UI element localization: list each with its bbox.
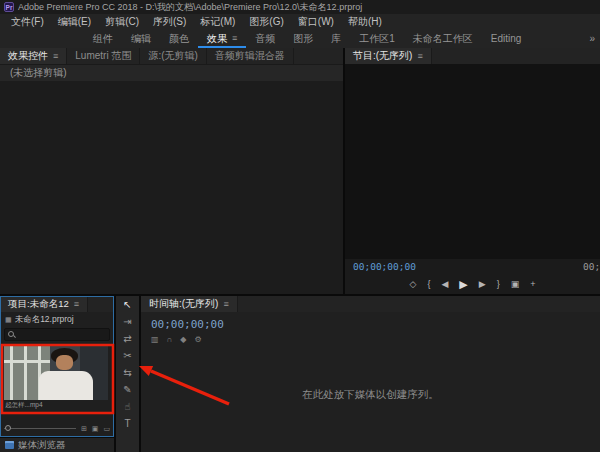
timeline-timecode[interactable]: 00;00;00;00 bbox=[141, 312, 600, 331]
tab-effect-controls[interactable]: 效果控件 ≡ bbox=[0, 48, 67, 64]
menu-bar: 文件(F) 编辑(E) 剪辑(C) 序列(S) 标记(M) 图形(G) 窗口(W… bbox=[0, 14, 600, 30]
workspace-unnamed[interactable]: 未命名工作区 bbox=[404, 30, 482, 48]
project-file-icon: ▦ bbox=[5, 316, 12, 324]
program-video-area bbox=[345, 64, 600, 259]
workspace-effects-label: 效果 bbox=[207, 30, 227, 47]
workspace-edit[interactable]: 编辑 bbox=[122, 30, 160, 48]
timeline-tabstrip: 时间轴:(无序列) ≡ bbox=[141, 296, 600, 312]
snap-toggle-icon[interactable]: ∩ bbox=[167, 335, 173, 344]
selection-tool-icon[interactable]: ↖ bbox=[123, 299, 131, 311]
step-forward-button[interactable]: ▶ bbox=[479, 279, 486, 289]
search-icon bbox=[8, 331, 16, 339]
menu-graphics[interactable]: 图形(G) bbox=[242, 14, 290, 30]
project-tabstrip: 项目:未命名12 ≡ bbox=[0, 296, 114, 312]
panel-menu-icon[interactable]: ≡ bbox=[74, 296, 79, 312]
app-logo-icon: Pr bbox=[4, 2, 14, 12]
ripple-edit-tool-icon[interactable]: ⇄ bbox=[123, 333, 131, 345]
thumbnail-person-face bbox=[56, 355, 73, 370]
panel-menu-icon[interactable]: ≡ bbox=[223, 296, 228, 312]
media-browser-label: 媒体浏览器 bbox=[18, 439, 66, 452]
thumbnail-window-frame bbox=[10, 346, 13, 400]
clip-thumbnail[interactable] bbox=[4, 346, 108, 400]
step-back-button[interactable]: ◀ bbox=[441, 279, 448, 289]
type-tool-icon[interactable]: T bbox=[124, 418, 130, 430]
program-timecode-row: 00;00;00;00 00;00;00;00 bbox=[345, 259, 600, 274]
effect-controls-panel: 效果控件 ≡ Lumetri 范围 源:(无剪辑) 音频剪辑混合器 (未选择剪辑… bbox=[0, 48, 343, 294]
workspace-assembly[interactable]: 组件 bbox=[84, 30, 122, 48]
pen-tool-icon[interactable]: ✎ bbox=[123, 384, 131, 396]
menu-marker[interactable]: 标记(M) bbox=[193, 14, 242, 30]
thumbnail-person-shirt bbox=[39, 371, 93, 400]
tab-timeline[interactable]: 时间轴:(无序列) ≡ bbox=[141, 296, 238, 312]
add-marker-icon[interactable]: ◆ bbox=[180, 335, 186, 344]
razor-tool-icon[interactable]: ✂ bbox=[123, 350, 131, 362]
tab-project-label: 项目:未命名12 bbox=[8, 296, 69, 312]
clip-selector-bar[interactable]: (未选择剪辑) bbox=[0, 64, 343, 81]
slip-tool-icon[interactable]: ⇆ bbox=[123, 367, 131, 379]
panel-menu-icon[interactable]: ≡ bbox=[53, 48, 58, 64]
tools-panel: ↖ ⇥ ⇄ ✂ ⇆ ✎ ☝ T bbox=[116, 296, 139, 452]
zoom-slider-handle[interactable] bbox=[5, 425, 11, 431]
menu-edit[interactable]: 编辑(E) bbox=[51, 14, 98, 30]
timeline-toolbar: ▥ ∩ ◆ ⚙ bbox=[141, 331, 600, 344]
add-marker-button[interactable]: ◇ bbox=[409, 279, 416, 289]
menu-clip[interactable]: 剪辑(C) bbox=[98, 14, 146, 30]
workspace-menu-icon[interactable]: ≡ bbox=[232, 30, 237, 47]
project-bottom-toolbar: ⊞ ▣ ▭ bbox=[4, 423, 110, 434]
new-bin-icon[interactable]: ⊞ bbox=[81, 423, 87, 434]
new-item-icon[interactable]: ▣ bbox=[92, 423, 99, 434]
workspace-editing-en[interactable]: Editing bbox=[482, 30, 531, 48]
play-button[interactable]: ▶ bbox=[459, 278, 467, 291]
zoom-slider-track bbox=[4, 428, 76, 429]
effect-controls-empty-area bbox=[0, 81, 343, 294]
nest-toggle-icon[interactable]: ▥ bbox=[151, 335, 159, 344]
tab-program-label: 节目:(无序列) bbox=[353, 48, 412, 64]
timeline-settings-icon[interactable]: ⚙ bbox=[194, 335, 201, 344]
duration-timecode: 00;00;00;00 bbox=[583, 261, 600, 272]
workspace-effects[interactable]: 效果 ≡ bbox=[198, 30, 246, 48]
mark-out-button[interactable]: } bbox=[497, 279, 500, 289]
timeline-empty-message: 在此处放下媒体以创建序列。 bbox=[141, 388, 600, 402]
track-select-tool-icon[interactable]: ⇥ bbox=[123, 316, 131, 328]
premiere-app-window: Pr Adobe Premiere Pro CC 2018 - D:\我的文档\… bbox=[0, 0, 600, 452]
effect-controls-tabstrip: 效果控件 ≡ Lumetri 范围 源:(无剪辑) 音频剪辑混合器 bbox=[0, 48, 343, 64]
transport-controls: ◇ { ◀ ▶ ▶ } ▣ + bbox=[345, 274, 600, 294]
window-title: Adobe Premiere Pro CC 2018 - D:\我的文档\Ado… bbox=[18, 1, 362, 14]
menu-help[interactable]: 帮助(H) bbox=[341, 14, 389, 30]
tab-audio-clip-mixer[interactable]: 音频剪辑混合器 bbox=[207, 48, 294, 64]
tab-source-monitor[interactable]: 源:(无剪辑) bbox=[140, 48, 206, 64]
button-editor-button[interactable]: + bbox=[530, 279, 535, 289]
mark-in-button[interactable]: { bbox=[427, 279, 430, 289]
title-bar: Pr Adobe Premiere Pro CC 2018 - D:\我的文档\… bbox=[0, 0, 600, 14]
menu-window[interactable]: 窗口(W) bbox=[291, 14, 341, 30]
workspace-audio[interactable]: 音频 bbox=[246, 30, 284, 48]
program-tabstrip: 节目:(无序列) ≡ bbox=[345, 48, 600, 64]
menu-sequence[interactable]: 序列(S) bbox=[146, 14, 193, 30]
menu-file[interactable]: 文件(F) bbox=[4, 14, 51, 30]
workspace-bar: 组件 编辑 颜色 效果 ≡ 音频 图形 库 工作区1 未命名工作区 Editin… bbox=[0, 30, 600, 48]
project-file-row[interactable]: ▦ 未命名12.prproj bbox=[0, 312, 114, 327]
media-browser-tab[interactable]: 媒体浏览器 bbox=[0, 438, 114, 452]
thumbnail-window-frame bbox=[4, 360, 50, 363]
search-input[interactable] bbox=[4, 328, 110, 341]
project-file-name: 未命名12.prproj bbox=[15, 314, 74, 326]
workspace-graphics[interactable]: 图形 bbox=[284, 30, 322, 48]
zoom-slider[interactable] bbox=[4, 424, 76, 433]
tab-project[interactable]: 项目:未命名12 ≡ bbox=[0, 296, 88, 312]
tab-program-monitor[interactable]: 节目:(无序列) ≡ bbox=[345, 48, 432, 64]
workspace-custom1[interactable]: 工作区1 bbox=[350, 30, 404, 48]
current-timecode[interactable]: 00;00;00;00 bbox=[353, 261, 416, 272]
workspace-color[interactable]: 颜色 bbox=[160, 30, 198, 48]
hand-tool-icon[interactable]: ☝ bbox=[124, 401, 130, 413]
timeline-panel: 时间轴:(无序列) ≡ 00;00;00;00 ▥ ∩ ◆ ⚙ 在此处放下媒体以… bbox=[141, 296, 600, 452]
thumbnail-window-frame bbox=[24, 346, 27, 400]
delete-icon[interactable]: ▭ bbox=[103, 423, 110, 434]
media-browser-icon bbox=[5, 441, 14, 449]
export-frame-button[interactable]: ▣ bbox=[511, 279, 520, 289]
tab-lumetri-scopes[interactable]: Lumetri 范围 bbox=[67, 48, 140, 64]
tab-effect-controls-label: 效果控件 bbox=[8, 48, 48, 64]
panel-menu-icon[interactable]: ≡ bbox=[417, 48, 422, 64]
workspace-overflow-icon[interactable]: » bbox=[589, 33, 595, 44]
workspace-library[interactable]: 库 bbox=[322, 30, 350, 48]
tab-timeline-label: 时间轴:(无序列) bbox=[149, 296, 218, 312]
